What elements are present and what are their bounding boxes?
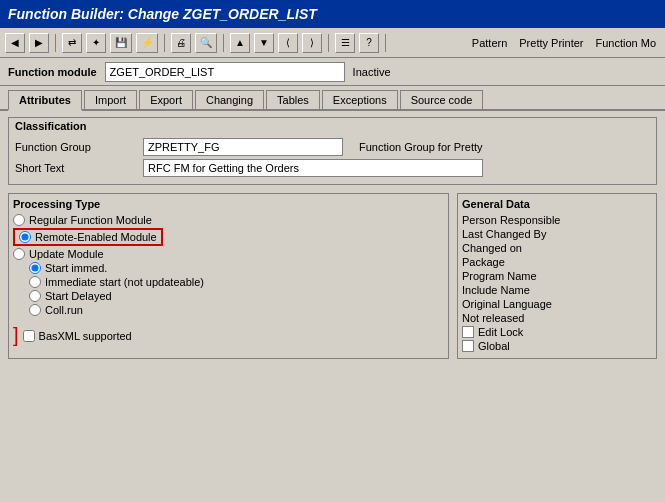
function-module-label: Function module [8, 66, 97, 78]
original-language-row: Original Language [462, 298, 652, 310]
function-group-description: Function Group for Pretty [359, 141, 483, 153]
shortcut-button[interactable]: ⚡ [136, 33, 158, 53]
general-data-title: General Data [462, 198, 652, 210]
basxml-bracket: ] [13, 324, 19, 347]
global-row: Global [462, 340, 652, 352]
start-immed-option[interactable]: Start immed. [29, 262, 444, 274]
title-bar: Function Builder: Change ZGET_ORDER_LIST [0, 0, 665, 28]
edit-lock-checkbox[interactable] [462, 326, 474, 338]
basxml-area: ] BasXML supported [13, 324, 444, 347]
include-name-row: Include Name [462, 284, 652, 296]
classification-title: Classification [9, 118, 656, 134]
separator-1 [55, 34, 56, 52]
remote-enabled-module-radio[interactable] [19, 231, 31, 243]
coll-run-radio[interactable] [29, 304, 41, 316]
short-text-row: Short Text [15, 159, 650, 177]
sub-options: Start immed. Immediate start (not update… [29, 262, 444, 316]
classification-section: Classification Function Group Function G… [8, 117, 657, 185]
separator-3 [223, 34, 224, 52]
last-button[interactable]: ⟩ [302, 33, 322, 53]
immediate-start-radio[interactable] [29, 276, 41, 288]
separator-5 [385, 34, 386, 52]
edit-lock-row: Edit Lock [462, 326, 652, 338]
last-changed-by-row: Last Changed By [462, 228, 652, 240]
short-text-input[interactable] [143, 159, 483, 177]
pretty-printer-button[interactable]: Pretty Printer [515, 35, 587, 51]
function-module-status: Inactive [353, 66, 391, 78]
basxml-checkbox[interactable] [23, 330, 35, 342]
function-group-input[interactable] [143, 138, 343, 156]
remote-enabled-module-label: Remote-Enabled Module [35, 231, 157, 243]
history-button[interactable]: ⇄ [62, 33, 82, 53]
command-button[interactable]: ✦ [86, 33, 106, 53]
tabs-bar: Attributes Import Export Changing Tables… [0, 86, 665, 111]
regular-function-module-label: Regular Function Module [29, 214, 152, 226]
coll-run-label: Coll.run [45, 304, 83, 316]
regular-function-module-option[interactable]: Regular Function Module [13, 214, 444, 226]
tab-changing[interactable]: Changing [195, 90, 264, 109]
program-name-row: Program Name [462, 270, 652, 282]
function-module-row: Function module Inactive [0, 58, 665, 86]
update-module-option[interactable]: Update Module [13, 248, 444, 260]
function-group-row: Function Group Function Group for Pretty [15, 138, 650, 156]
function-module-input[interactable] [105, 62, 345, 82]
tab-attributes[interactable]: Attributes [8, 90, 82, 111]
package-row: Package [462, 256, 652, 268]
start-immed-label: Start immed. [45, 262, 107, 274]
print-button[interactable]: 🖨 [171, 33, 191, 53]
short-text-label: Short Text [15, 162, 135, 174]
immediate-start-label: Immediate start (not updateable) [45, 276, 204, 288]
basxml-label: BasXML supported [39, 330, 132, 342]
tab-source-code[interactable]: Source code [400, 90, 484, 109]
processing-type-section: Processing Type Regular Function Module … [8, 193, 449, 359]
not-released-row: Not released [462, 312, 652, 324]
separator-2 [164, 34, 165, 52]
down-button[interactable]: ▼ [254, 33, 274, 53]
regular-function-module-radio[interactable] [13, 214, 25, 226]
processing-type-title: Processing Type [13, 198, 444, 210]
start-delayed-label: Start Delayed [45, 290, 112, 302]
update-module-label: Update Module [29, 248, 104, 260]
general-data-section: General Data Person Responsible Last Cha… [457, 193, 657, 359]
separator-4 [328, 34, 329, 52]
save-button[interactable]: 💾 [110, 33, 132, 53]
start-delayed-option[interactable]: Start Delayed [29, 290, 444, 302]
function-mo-button[interactable]: Function Mo [591, 35, 660, 51]
title-text: Function Builder: Change ZGET_ORDER_LIST [8, 6, 317, 22]
up-button[interactable]: ▲ [230, 33, 250, 53]
main-content: Classification Function Group Function G… [0, 111, 665, 365]
remote-enabled-box: Remote-Enabled Module [13, 228, 163, 246]
first-button[interactable]: ⟨ [278, 33, 298, 53]
search-button[interactable]: 🔍 [195, 33, 217, 53]
function-group-label: Function Group [15, 141, 135, 153]
toolbar: ◀ ▶ ⇄ ✦ 💾 ⚡ 🖨 🔍 ▲ ▼ ⟨ ⟩ ☰ ? Pattern Pret… [0, 28, 665, 58]
pattern-button[interactable]: Pattern [468, 35, 511, 51]
start-delayed-radio[interactable] [29, 290, 41, 302]
forward-button[interactable]: ▶ [29, 33, 49, 53]
bottom-section: Processing Type Regular Function Module … [8, 193, 657, 359]
back-button[interactable]: ◀ [5, 33, 25, 53]
coll-run-option[interactable]: Coll.run [29, 304, 444, 316]
help-button[interactable]: ? [359, 33, 379, 53]
tab-export[interactable]: Export [139, 90, 193, 109]
start-immed-radio[interactable] [29, 262, 41, 274]
changed-on-row: Changed on [462, 242, 652, 254]
global-checkbox[interactable] [462, 340, 474, 352]
immediate-start-option[interactable]: Immediate start (not updateable) [29, 276, 444, 288]
person-responsible-row: Person Responsible [462, 214, 652, 226]
layout-button[interactable]: ☰ [335, 33, 355, 53]
tab-exceptions[interactable]: Exceptions [322, 90, 398, 109]
tab-tables[interactable]: Tables [266, 90, 320, 109]
tab-import[interactable]: Import [84, 90, 137, 109]
remote-enabled-module-option[interactable]: Remote-Enabled Module [13, 228, 444, 246]
update-module-radio[interactable] [13, 248, 25, 260]
